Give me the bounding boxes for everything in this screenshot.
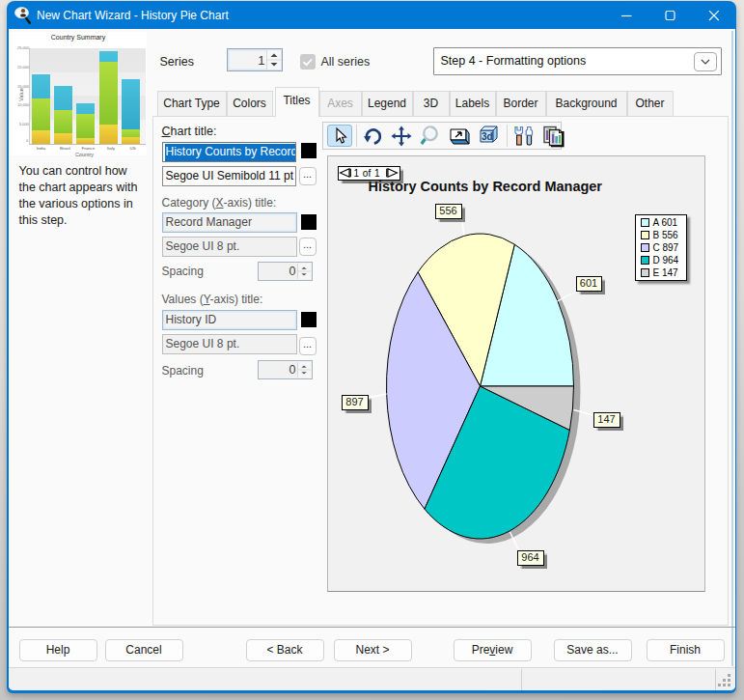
svg-text:3d: 3d <box>482 131 493 142</box>
